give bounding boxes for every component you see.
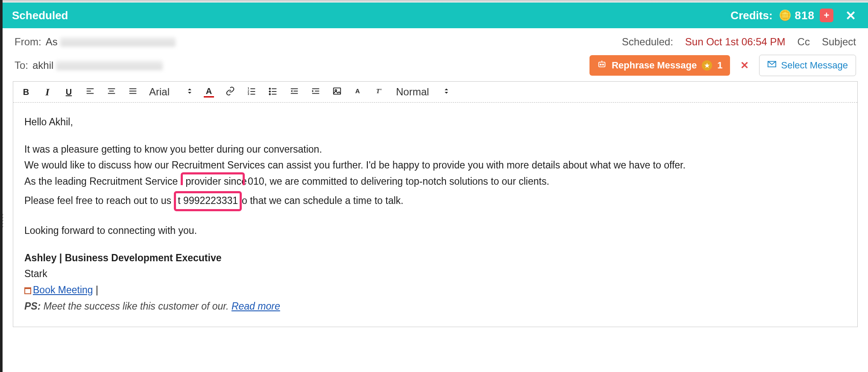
svg-text:A: A xyxy=(355,87,360,94)
message-body[interactable]: Hello Akhil, It was a pleasure getting t… xyxy=(13,103,857,327)
image-button[interactable] xyxy=(332,86,342,98)
align-left-button[interactable] xyxy=(85,86,95,98)
outdent-button[interactable] xyxy=(289,86,299,98)
envelope-icon xyxy=(767,59,777,71)
drag-handle-icon[interactable] xyxy=(2,214,3,227)
svg-point-19 xyxy=(269,88,270,89)
to-redacted xyxy=(56,61,163,70)
svg-point-21 xyxy=(269,91,270,92)
cc-button[interactable]: Cc xyxy=(798,36,810,48)
signature-company: Stark xyxy=(24,266,846,282)
to-row: To: akhil Rephrase Message ★ 1 ✕ Select … xyxy=(3,51,868,81)
align-justify-button[interactable] xyxy=(128,86,138,98)
subject-button[interactable]: Subject xyxy=(822,36,856,48)
rephrase-count: 1 xyxy=(717,60,722,71)
text: provider since xyxy=(186,176,247,187)
body-line: As the leading Recruitment Service x pro… xyxy=(24,174,846,190)
credits-label: Credits: xyxy=(730,9,772,22)
text: As the leading Recruitment Service xyxy=(24,176,178,187)
clear-format-button[interactable]: T× xyxy=(375,86,385,98)
paragraph-style-select[interactable]: Normal xyxy=(396,86,449,98)
plus-icon: + xyxy=(824,10,830,21)
credits-value: 818 xyxy=(795,9,815,22)
ps-label: PS: xyxy=(24,301,41,312)
body-line: Please feel free to reach out to us t 99… xyxy=(24,191,846,212)
dismiss-rephrase-button[interactable]: ✕ xyxy=(738,59,751,71)
to-value: akhil xyxy=(32,59,53,71)
ps-line: PS: Meet the success like this customer … xyxy=(24,299,846,314)
rephrase-label: Rephrase Message xyxy=(612,60,697,71)
body-line: It was a pleasure getting to know you be… xyxy=(24,142,846,157)
svg-rect-0 xyxy=(599,62,605,67)
text: 010, we are committed to delivering top-… xyxy=(248,176,549,187)
read-more-link[interactable]: Read more xyxy=(232,301,280,312)
highlight-button[interactable]: A xyxy=(353,86,364,98)
indent-button[interactable] xyxy=(311,86,321,98)
select-message-button[interactable]: Select Message xyxy=(759,55,856,76)
style-name: Normal xyxy=(396,86,429,98)
italic-button[interactable]: I xyxy=(42,86,53,98)
from-value: As xyxy=(46,36,58,48)
svg-point-23 xyxy=(269,93,270,94)
font-color-button[interactable]: A xyxy=(204,86,214,97)
rephrase-message-button[interactable]: Rephrase Message ★ 1 xyxy=(589,55,730,76)
bold-button[interactable]: B xyxy=(21,87,31,97)
align-center-button[interactable] xyxy=(106,86,117,98)
page-title: Scheduled xyxy=(12,9,68,22)
calendar-icon xyxy=(24,287,31,294)
chevron-updown-icon xyxy=(187,87,193,97)
scheduled-value[interactable]: Sun Oct 1st 06:54 PM xyxy=(685,36,786,48)
underline-button[interactable]: U xyxy=(64,87,74,97)
ps-text: Meet the success like this customer of o… xyxy=(41,301,232,312)
body-line: We would like to discuss how our Recruit… xyxy=(24,158,846,173)
coins-icon: 🪙 xyxy=(779,9,792,21)
add-credits-button[interactable]: + xyxy=(820,9,833,22)
to-label: To: xyxy=(15,59,28,71)
svg-rect-31 xyxy=(334,88,341,94)
greeting-line: Hello Akhil, xyxy=(24,115,846,130)
svg-point-1 xyxy=(600,64,601,65)
text: t 9992223331 xyxy=(178,195,238,206)
chevron-updown-icon xyxy=(443,87,449,97)
robot-icon xyxy=(597,59,607,71)
svg-text:3: 3 xyxy=(248,92,249,95)
text: o that we can schedule a time to talk. xyxy=(242,195,403,206)
unordered-list-button[interactable] xyxy=(268,86,278,98)
from-row: From: As Scheduled: Sun Oct 1st 06:54 PM… xyxy=(3,28,868,51)
text: Please feel free to reach out to us xyxy=(24,195,174,206)
select-message-label: Select Message xyxy=(781,60,848,71)
font-family-select[interactable]: Arial xyxy=(149,86,193,98)
link-button[interactable] xyxy=(225,86,235,98)
ordered-list-button[interactable]: 123 xyxy=(246,86,257,98)
close-button[interactable]: ✕ xyxy=(845,8,856,23)
book-meeting-line: Book Meeting | xyxy=(24,283,846,298)
highlighted-phone: t 9992223331 xyxy=(174,191,242,212)
book-meeting-link[interactable]: Book Meeting xyxy=(33,284,93,295)
svg-text:×: × xyxy=(380,87,382,92)
editor-toolbar: B I U Arial A 123 xyxy=(13,82,857,103)
scheduled-label: Scheduled: xyxy=(622,36,673,48)
signature-name: Ashley | Business Development Executive xyxy=(24,251,846,266)
star-icon: ★ xyxy=(702,60,712,71)
from-redacted xyxy=(60,37,176,47)
body-line: Looking forward to connecting with you. xyxy=(24,223,846,239)
editor-container: B I U Arial A 123 xyxy=(13,81,858,327)
font-name: Arial xyxy=(149,86,170,98)
from-label: From: xyxy=(15,36,41,48)
svg-point-2 xyxy=(602,64,604,65)
header-bar: Scheduled Credits: 🪙 818 + ✕ xyxy=(3,3,868,28)
pipe: | xyxy=(93,284,98,295)
